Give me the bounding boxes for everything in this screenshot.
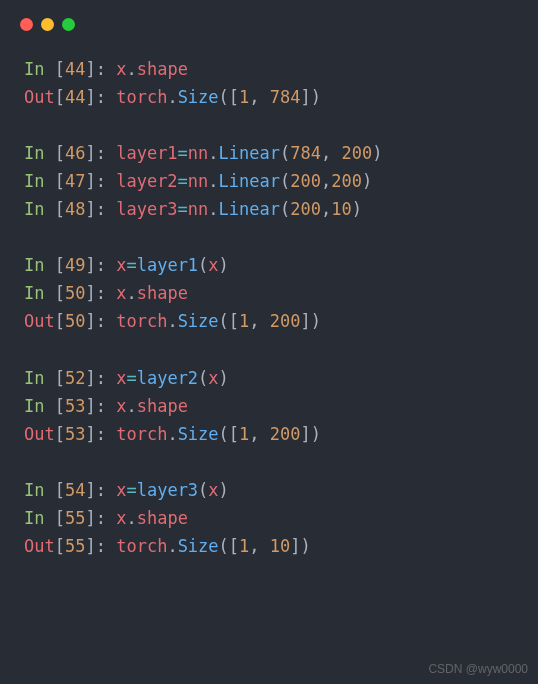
in-prompt: In (24, 255, 55, 275)
blank-line (24, 335, 514, 363)
bracket: ] (85, 255, 95, 275)
code-token: torch (116, 87, 167, 107)
code-line: In [46]: layer1=nn.Linear(784, 200) (24, 139, 514, 167)
prompt-sep: : (96, 199, 116, 219)
code-token: = (178, 143, 188, 163)
bracket: ] (85, 424, 95, 444)
bracket: [ (55, 199, 65, 219)
cell-number: 48 (65, 199, 85, 219)
code-line: Out[53]: torch.Size([1, 200]) (24, 420, 514, 448)
code-token: , (249, 424, 269, 444)
code-token: = (126, 480, 136, 500)
code-token: ) (219, 368, 229, 388)
code-token: torch (116, 311, 167, 331)
in-prompt: In (24, 283, 55, 303)
code-token: 200 (331, 171, 362, 191)
prompt-sep: : (96, 87, 116, 107)
bracket: [ (55, 508, 65, 528)
code-token: ( (280, 171, 290, 191)
code-token: layer2 (137, 368, 198, 388)
code-area: In [44]: x.shapeOut[44]: torch.Size([1, … (0, 31, 538, 560)
bracket: [ (55, 396, 65, 416)
in-prompt: In (24, 171, 55, 191)
cell-number: 44 (65, 59, 85, 79)
code-token: . (208, 143, 218, 163)
code-token: 1 (239, 311, 249, 331)
close-icon[interactable] (20, 18, 33, 31)
code-line: In [50]: x.shape (24, 279, 514, 307)
code-token: . (167, 536, 177, 556)
out-prompt: Out (24, 536, 55, 556)
code-token: torch (116, 536, 167, 556)
code-line: In [48]: layer3=nn.Linear(200,10) (24, 195, 514, 223)
bracket: [ (55, 255, 65, 275)
code-token: 1 (239, 424, 249, 444)
code-token: = (178, 171, 188, 191)
code-token: nn (188, 199, 208, 219)
code-token: shape (137, 59, 188, 79)
code-token: Linear (219, 143, 280, 163)
code-token: 10 (331, 199, 351, 219)
code-token: ) (219, 480, 229, 500)
bracket: ] (85, 171, 95, 191)
code-token: , (321, 171, 331, 191)
code-token: shape (137, 396, 188, 416)
prompt-sep: : (96, 311, 116, 331)
code-token: 10 (270, 536, 290, 556)
code-token: . (167, 311, 177, 331)
window-controls (0, 0, 538, 31)
code-token: = (126, 255, 136, 275)
code-token: x (116, 283, 126, 303)
blank-line (24, 111, 514, 139)
prompt-sep: : (96, 396, 116, 416)
code-token: Size (178, 311, 219, 331)
cell-number: 55 (65, 508, 85, 528)
code-token: Size (178, 424, 219, 444)
code-token: x (116, 508, 126, 528)
cell-number: 53 (65, 396, 85, 416)
in-prompt: In (24, 480, 55, 500)
bracket: [ (55, 368, 65, 388)
code-token: ([ (219, 311, 239, 331)
code-token: x (208, 368, 218, 388)
code-token: x (116, 480, 126, 500)
code-token: ) (219, 255, 229, 275)
bracket: [ (55, 536, 65, 556)
cell-number: 50 (65, 283, 85, 303)
bracket: [ (55, 87, 65, 107)
bracket: ] (85, 368, 95, 388)
code-token: , (249, 536, 269, 556)
code-line: Out[50]: torch.Size([1, 200]) (24, 307, 514, 335)
prompt-sep: : (96, 171, 116, 191)
bracket: ] (85, 59, 95, 79)
prompt-sep: : (96, 424, 116, 444)
code-token: Linear (219, 171, 280, 191)
maximize-icon[interactable] (62, 18, 75, 31)
code-token: ) (362, 171, 372, 191)
code-token: ( (198, 480, 208, 500)
code-token: ([ (219, 536, 239, 556)
cell-number: 53 (65, 424, 85, 444)
cell-number: 50 (65, 311, 85, 331)
cell-number: 47 (65, 171, 85, 191)
bracket: ] (85, 283, 95, 303)
code-token: . (126, 283, 136, 303)
code-token: 1 (239, 536, 249, 556)
code-token: ]) (290, 536, 310, 556)
in-prompt: In (24, 59, 55, 79)
code-token: layer3 (137, 480, 198, 500)
code-token: . (208, 171, 218, 191)
code-token: ) (372, 143, 382, 163)
code-line: In [52]: x=layer2(x) (24, 364, 514, 392)
code-token: x (116, 396, 126, 416)
bracket: ] (85, 311, 95, 331)
code-token: 1 (239, 87, 249, 107)
code-token: Size (178, 87, 219, 107)
minimize-icon[interactable] (41, 18, 54, 31)
bracket: [ (55, 311, 65, 331)
code-token: 784 (290, 143, 321, 163)
bracket: ] (85, 508, 95, 528)
bracket: [ (55, 143, 65, 163)
code-token: , (249, 311, 269, 331)
cell-number: 55 (65, 536, 85, 556)
